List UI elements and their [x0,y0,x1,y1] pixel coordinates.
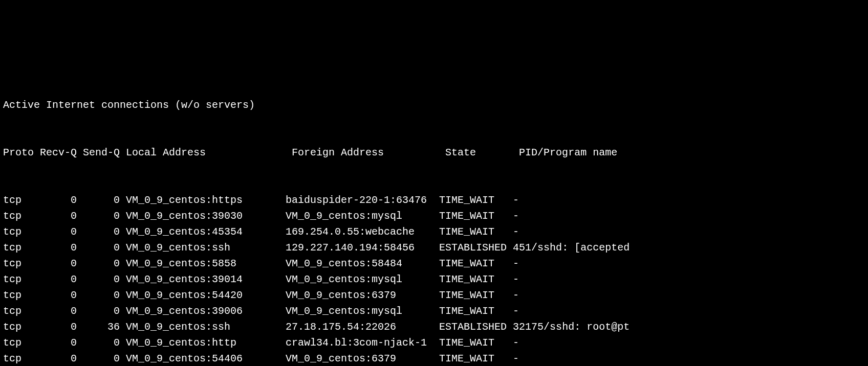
cell-sendq: 0 [77,335,120,351]
cell-foreign-address: VM_0_9_centos:6379 [286,351,439,366]
cell-state: TIME_WAIT [439,271,513,287]
cell-recvq: 0 [40,240,77,256]
cell-sendq: 0 [77,287,120,303]
table-row: tcp036VM_0_9_centos:ssh27.18.175.54:2202… [3,319,865,335]
cell-local-address: VM_0_9_centos:39014 [120,271,286,287]
cell-program: - [513,256,519,271]
cell-recvq: 0 [40,271,77,287]
cell-state: TIME_WAIT [439,224,513,240]
cell-local-address: VM_0_9_centos:45354 [120,224,286,240]
cell-sendq: 0 [77,303,120,319]
cell-foreign-address: 169.254.0.55:webcache [286,224,439,240]
cell-foreign-address: VM_0_9_centos:mysql [286,208,439,224]
table-row: tcp00VM_0_9_centos:39030VM_0_9_centos:my… [3,208,865,224]
table-row: tcp00VM_0_9_centos:httpsbaiduspider-220-… [3,192,865,208]
cell-local-address: VM_0_9_centos:39006 [120,303,286,319]
table-row: tcp00VM_0_9_centos:5858VM_0_9_centos:584… [3,256,865,271]
cell-state: TIME_WAIT [439,335,513,351]
header-local: Local Address [126,145,292,161]
cell-recvq: 0 [40,208,77,224]
table-row: tcp00VM_0_9_centos:httpcrawl34.bl:3com-n… [3,335,865,351]
cell-program: - [513,287,519,303]
cell-state: TIME_WAIT [439,303,513,319]
cell-local-address: VM_0_9_centos:ssh [120,240,286,256]
table-row: tcp00VM_0_9_centos:39014VM_0_9_centos:my… [3,271,865,287]
netstat-title: Active Internet connections (w/o servers… [3,97,865,113]
cell-proto: tcp [3,335,40,351]
cell-proto: tcp [3,208,40,224]
cell-local-address: VM_0_9_centos:39030 [120,208,286,224]
cell-program: - [513,208,519,224]
cell-foreign-address: VM_0_9_centos:mysql [286,303,439,319]
terminal-output: Active Internet connections (w/o servers… [3,65,865,366]
cell-local-address: VM_0_9_centos:5858 [120,256,286,271]
cell-local-address: VM_0_9_centos:ssh [120,319,286,335]
cell-recvq: 0 [40,256,77,271]
cell-foreign-address: baiduspider-220-1:63476 [286,192,439,208]
table-row: tcp00VM_0_9_centos:ssh129.227.140.194:58… [3,240,865,256]
cell-program: - [513,271,519,287]
table-row: tcp00VM_0_9_centos:39006VM_0_9_centos:my… [3,303,865,319]
cell-foreign-address: 129.227.140.194:58456 [286,240,439,256]
cell-proto: tcp [3,224,40,240]
table-row: tcp00VM_0_9_centos:45354169.254.0.55:web… [3,224,865,240]
cell-sendq: 0 [77,224,120,240]
cell-local-address: VM_0_9_centos:http [120,335,286,351]
cell-sendq: 0 [77,208,120,224]
cell-sendq: 0 [77,256,120,271]
cell-foreign-address: crawl34.bl:3com-njack-1 [286,335,439,351]
cell-proto: tcp [3,256,40,271]
cell-recvq: 0 [40,335,77,351]
cell-proto: tcp [3,303,40,319]
cell-program: - [513,335,519,351]
cell-sendq: 0 [77,271,120,287]
cell-recvq: 0 [40,303,77,319]
cell-program: - [513,351,519,366]
table-header: ProtoRecv-QSend-QLocal AddressForeign Ad… [3,145,865,161]
table-row: tcp00VM_0_9_centos:54406VM_0_9_centos:63… [3,351,865,366]
cell-foreign-address: VM_0_9_centos:58484 [286,256,439,271]
cell-proto: tcp [3,271,40,287]
header-sendq: Send-Q [83,145,126,161]
cell-state: TIME_WAIT [439,192,513,208]
cell-sendq: 0 [77,240,120,256]
cell-state: TIME_WAIT [439,351,513,366]
table-row: tcp00VM_0_9_centos:54420VM_0_9_centos:63… [3,287,865,303]
cell-local-address: VM_0_9_centos:https [120,192,286,208]
header-recvq: Recv-Q [40,145,83,161]
cell-state: TIME_WAIT [439,287,513,303]
cell-proto: tcp [3,319,40,335]
cell-program: 32175/sshd: root@pt [513,319,630,335]
header-state: State [445,145,519,161]
header-foreign: Foreign Address [292,145,445,161]
cell-local-address: VM_0_9_centos:54420 [120,287,286,303]
cell-foreign-address: VM_0_9_centos:6379 [286,287,439,303]
cell-local-address: VM_0_9_centos:54406 [120,351,286,366]
cell-program: - [513,224,519,240]
cell-recvq: 0 [40,319,77,335]
cell-recvq: 0 [40,287,77,303]
cell-proto: tcp [3,192,40,208]
cell-recvq: 0 [40,192,77,208]
cell-state: TIME_WAIT [439,208,513,224]
header-proto: Proto [3,145,40,161]
cell-program: 451/sshd: [accepted [513,240,630,256]
cell-sendq: 36 [77,319,120,335]
cell-recvq: 0 [40,351,77,366]
header-program: PID/Program name [519,145,617,161]
cell-proto: tcp [3,240,40,256]
cell-state: ESTABLISHED [439,319,513,335]
cell-program: - [513,192,519,208]
cell-state: ESTABLISHED [439,240,513,256]
cell-proto: tcp [3,287,40,303]
cell-recvq: 0 [40,224,77,240]
cell-foreign-address: 27.18.175.54:22026 [286,319,439,335]
cell-sendq: 0 [77,192,120,208]
cell-program: - [513,303,519,319]
cell-foreign-address: VM_0_9_centos:mysql [286,271,439,287]
cell-proto: tcp [3,351,40,366]
cell-sendq: 0 [77,351,120,366]
cell-state: TIME_WAIT [439,256,513,271]
